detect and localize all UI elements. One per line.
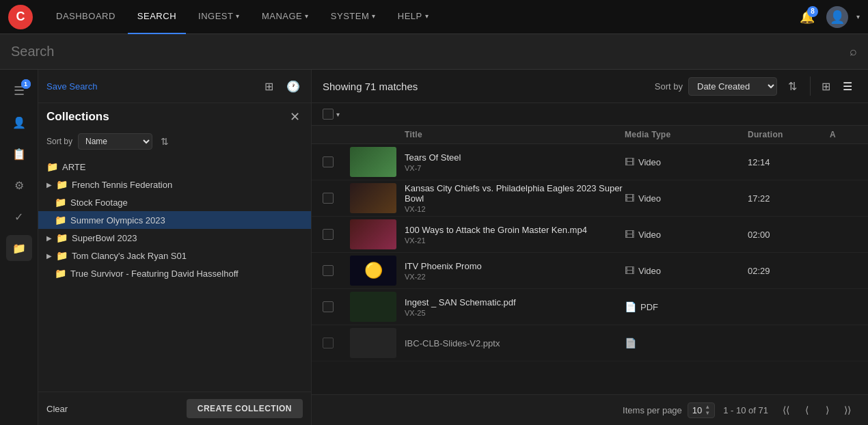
row-title-cell: IBC-CLB-Slides-V2.pptx — [405, 338, 625, 348]
sort-order-button[interactable]: ⇅ — [783, 77, 802, 96]
items-per-page-select[interactable]: 10 ▲ ▼ — [688, 402, 715, 418]
nav-item-ingest[interactable]: INGEST ▾ — [189, 0, 249, 34]
clear-button[interactable]: Clear — [46, 404, 68, 414]
table-body: Tears Of Steel VX-7 🎞 Video 12:14 Kansas… — [312, 144, 868, 394]
th-title[interactable]: Title — [405, 130, 625, 139]
avatar-image: 👤 — [830, 10, 845, 25]
sidebar-icon-user[interactable]: 👤 — [6, 109, 32, 135]
collection-name: French Tennis Federation — [72, 180, 172, 190]
create-collection-button[interactable]: CREATE COLLECTION — [187, 399, 303, 418]
row-checkbox[interactable] — [323, 301, 350, 312]
table-header: Title Media Type Duration A — [312, 126, 868, 144]
panel-header: Collections ✕ — [38, 103, 311, 131]
row-title: 100 Ways to Attack the Groin Master Ken.… — [405, 225, 625, 235]
nav-item-manage[interactable]: MANAGE ▾ — [252, 0, 318, 34]
row-title-cell: 100 Ways to Attack the Groin Master Ken.… — [405, 225, 625, 245]
row-checkbox[interactable] — [323, 265, 350, 276]
prev-page-button[interactable]: ⟨ — [797, 400, 816, 420]
sort-label: Sort by — [46, 137, 72, 146]
items-up-arrow[interactable]: ▲ — [705, 405, 710, 410]
collection-item-superbowl[interactable]: ▶ 📁 SuperBowl 2023 — [38, 229, 311, 247]
grid-view-button[interactable]: ⊞ — [816, 77, 835, 96]
row-media-type: 🎞 Video — [625, 229, 748, 240]
search-input[interactable] — [11, 44, 844, 59]
video-icon: 🎞 — [625, 265, 634, 276]
select-dropdown-arrow[interactable]: ▾ — [336, 111, 340, 118]
next-page-button[interactable]: ⟩ — [817, 400, 837, 420]
content-sort-select[interactable]: Date Created Date Modified Title — [688, 77, 777, 96]
items-down-arrow[interactable]: ▼ — [705, 411, 710, 416]
sidebar-icon-folder[interactable]: 📁 — [6, 235, 32, 261]
nav-item-help[interactable]: HELP ▾ — [388, 0, 438, 34]
table-row[interactable]: 🟡 ITV Phoenix Promo VX-22 🎞 Video 02:29 — [312, 253, 868, 289]
folder-icon: 📁 — [46, 161, 58, 172]
user-icon: 👤 — [12, 116, 26, 129]
collection-item-stock-footage[interactable]: 📁 Stock Footage — [38, 193, 311, 211]
select-all-checkbox[interactable] — [323, 109, 334, 120]
media-label: Video — [638, 230, 661, 240]
help-dropdown-icon: ▾ — [425, 12, 429, 20]
system-dropdown-icon: ▾ — [372, 12, 376, 20]
row-checkbox[interactable] — [323, 338, 350, 348]
table-footer: Items per page 10 ▲ ▼ 1 - 10 of 71 ⟨⟨ ⟨ … — [312, 394, 868, 425]
sort-select[interactable]: Name Date Created Date Modified — [78, 133, 152, 150]
collection-item-arte[interactable]: 📁 ARTE — [38, 158, 311, 176]
row-duration: 02:00 — [748, 230, 830, 240]
nav-item-search[interactable]: SEARCH — [128, 0, 186, 34]
collection-item-true-survivor[interactable]: 📁 True Survivor - Featuring David Hassel… — [38, 264, 311, 282]
select-all-checkbox-wrap[interactable]: ▾ — [323, 109, 340, 120]
folder-icon: 📁 — [55, 268, 66, 279]
row-duration: 17:22 — [748, 193, 830, 204]
history-icon-button[interactable]: 🕐 — [284, 77, 303, 96]
main-content: Showing 71 matches Sort by Date Created … — [312, 70, 868, 425]
sidebar-icon-settings[interactable]: ⚙ — [6, 172, 32, 198]
folder-icon: 📁 — [12, 242, 26, 255]
collections-list: 📁 ARTE ▶ 📁 French Tennis Federation 📁 St… — [38, 155, 311, 392]
user-avatar[interactable]: 👤 — [826, 6, 848, 28]
row-title: ITV Phoenix Promo — [405, 261, 625, 271]
collections-panel: Save Search ⊞ 🕐 Collections ✕ Sort by Na… — [38, 70, 312, 425]
row-title-cell: ITV Phoenix Promo VX-22 — [405, 261, 625, 281]
save-search-button[interactable]: Save Search — [46, 81, 254, 92]
notifications-button[interactable]: 🔔 8 — [796, 6, 818, 28]
row-checkbox[interactable] — [323, 229, 350, 240]
table-row[interactable]: Ingest _ SAN Schematic.pdf VX-25 📄 PDF — [312, 289, 868, 325]
items-arrows: ▲ ▼ — [705, 405, 710, 416]
folder-icon: 📁 — [56, 179, 68, 190]
items-per-page-label: Items per page — [623, 405, 682, 415]
search-input-wrap: ⌕ — [11, 44, 857, 59]
sidebar-icon-filter[interactable]: ☰ 1 — [6, 78, 32, 104]
row-checkbox[interactable] — [323, 193, 350, 204]
nav-item-dashboard[interactable]: DASHBOARD — [46, 0, 125, 34]
row-thumbnail — [350, 292, 396, 322]
collection-item-jack-ryan[interactable]: ▶ 📁 Tom Clancy's Jack Ryan S01 — [38, 247, 311, 264]
row-vx: VX-7 — [405, 164, 625, 172]
user-dropdown-icon[interactable]: ▾ — [856, 13, 860, 20]
sidebar-icon-chart[interactable]: 📋 — [6, 141, 32, 167]
media-label: Video — [638, 157, 661, 167]
bookmark-icon-button[interactable]: ⊞ — [259, 77, 278, 96]
app-logo[interactable]: C — [8, 5, 33, 29]
folder-icon: 📁 — [56, 232, 68, 243]
matches-count: Showing 71 matches — [323, 81, 418, 92]
sidebar-icon-check[interactable]: ✓ — [6, 204, 32, 230]
close-panel-button[interactable]: ✕ — [286, 109, 303, 125]
row-duration: 12:14 — [748, 157, 830, 167]
nav-item-system[interactable]: SYSTEM ▾ — [321, 0, 385, 34]
collection-item-summer-olympics[interactable]: 📁 Summer Olympics 2023 — [38, 211, 311, 229]
th-duration[interactable]: Duration — [748, 130, 830, 139]
collection-item-french-tennis[interactable]: ▶ 📁 French Tennis Federation — [38, 176, 311, 193]
row-checkbox[interactable] — [323, 156, 350, 167]
table-row[interactable]: Kansas City Chiefs vs. Philadelphia Eagl… — [312, 180, 868, 217]
table-row[interactable]: 100 Ways to Attack the Groin Master Ken.… — [312, 217, 868, 253]
list-view-button[interactable]: ☰ — [838, 77, 857, 96]
first-page-button[interactable]: ⟨⟨ — [776, 400, 796, 420]
sort-direction-icon[interactable]: ⇅ — [161, 136, 169, 147]
table-row[interactable]: Tears Of Steel VX-7 🎞 Video 12:14 — [312, 144, 868, 180]
nav-right: 🔔 8 👤 ▾ — [796, 6, 860, 28]
last-page-button[interactable]: ⟩⟩ — [838, 400, 857, 420]
th-extra: A — [830, 130, 857, 139]
top-nav: C DASHBOARD SEARCH INGEST ▾ MANAGE ▾ SYS… — [0, 0, 868, 34]
th-media-type[interactable]: Media Type — [625, 130, 748, 139]
table-row[interactable]: IBC-CLB-Slides-V2.pptx 📄 — [312, 325, 868, 361]
